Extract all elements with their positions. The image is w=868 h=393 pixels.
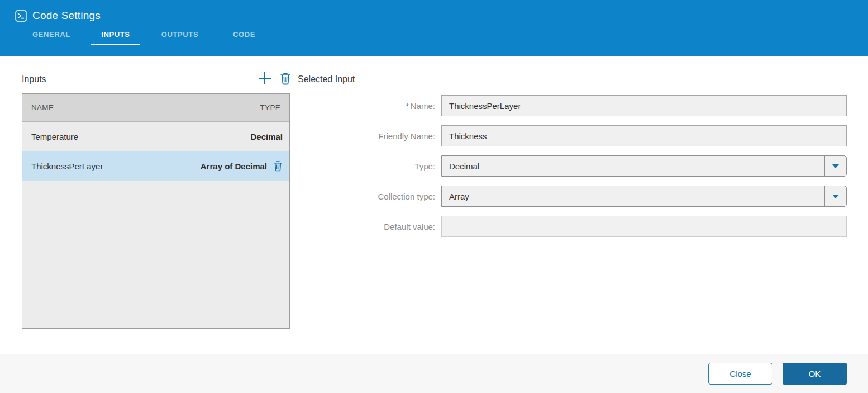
name-field[interactable]: ThicknessPerLayer [441, 95, 847, 116]
form-row-collection-type: Collection type: Array [368, 186, 847, 207]
tab-outputs[interactable]: OUTPUTS [155, 30, 204, 45]
row-delete-button[interactable] [273, 160, 283, 172]
dialog-footer: Close OK [0, 354, 868, 393]
page-title: Code Settings [32, 10, 101, 22]
type-dropdown-button[interactable] [824, 156, 846, 176]
column-header-name: NAME [31, 103, 54, 112]
type-dropdown-value: Decimal [442, 156, 824, 176]
row-type: Decimal [250, 132, 283, 141]
selected-input-form: *Name: ThicknessPerLayer Friendly Name: … [368, 95, 847, 246]
collection-type-label: Collection type: [368, 192, 441, 201]
tab-general[interactable]: GENERAL [27, 30, 76, 45]
table-row-temperature[interactable]: Temperature Decimal [22, 122, 289, 151]
inputs-list: NAME TYPE Temperature Decimal ThicknessP… [22, 93, 290, 329]
ok-button[interactable]: OK [783, 363, 847, 385]
add-input-button[interactable] [257, 71, 272, 86]
form-row-type: Type: Decimal [368, 155, 847, 177]
collection-type-dropdown-button[interactable] [824, 186, 846, 206]
form-row-friendly-name: Friendly Name: Thickness [368, 125, 847, 146]
inputs-panel-title: Inputs [22, 74, 46, 84]
type-dropdown[interactable]: Decimal [441, 155, 847, 177]
column-header-type: TYPE [260, 103, 280, 112]
name-label: *Name: [368, 101, 441, 111]
row-name: ThicknessPerLayer [31, 162, 201, 171]
plus-icon [257, 71, 272, 86]
form-row-default-value: Default value: [368, 216, 847, 237]
default-value-label: Default value: [368, 222, 441, 231]
tab-bar: GENERAL INPUTS OUTPUTS CODE [27, 30, 868, 45]
tab-inputs[interactable]: INPUTS [91, 30, 140, 45]
dialog-title-row: Code Settings [0, 0, 868, 22]
form-row-name: *Name: ThicknessPerLayer [368, 95, 847, 116]
friendly-name-label: Friendly Name: [368, 131, 441, 141]
row-name: Temperature [31, 132, 250, 141]
tab-code[interactable]: CODE [220, 30, 269, 45]
selected-input-title: Selected Input [298, 74, 355, 84]
friendly-name-field[interactable]: Thickness [441, 125, 847, 146]
trash-icon [280, 72, 291, 85]
type-label: Type: [368, 162, 441, 171]
required-marker: * [406, 101, 409, 111]
chevron-down-icon [832, 195, 839, 198]
collection-type-dropdown-value: Array [442, 186, 824, 206]
dialog-header: Code Settings GENERAL INPUTS OUTPUTS COD… [0, 0, 868, 56]
terminal-icon [15, 10, 27, 22]
delete-input-button[interactable] [280, 72, 291, 85]
default-value-field [441, 216, 847, 237]
close-button[interactable]: Close [708, 363, 772, 385]
inputs-list-header: NAME TYPE [22, 94, 289, 122]
chevron-down-icon [832, 164, 839, 168]
collection-type-dropdown[interactable]: Array [441, 186, 847, 207]
table-row-thicknessperlayer[interactable]: ThicknessPerLayer Array of Decimal [22, 151, 289, 181]
row-type: Array of Decimal [201, 162, 267, 171]
trash-icon [273, 160, 283, 172]
